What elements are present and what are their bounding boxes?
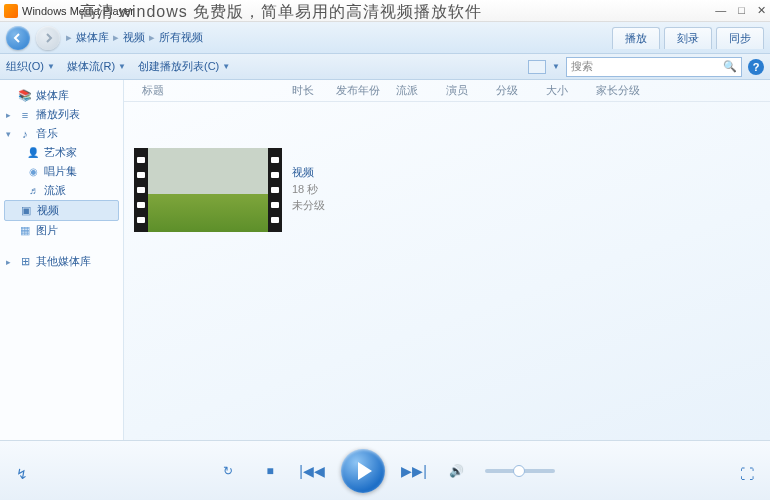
view-options-button[interactable] [528,60,546,74]
chevron-right-icon: ▸ [113,31,119,44]
chevron-down-icon: ▼ [222,62,230,71]
forward-arrow-icon [42,32,54,44]
close-button[interactable]: ✕ [757,4,766,17]
chevron-down-icon: ▼ [118,62,126,71]
forward-button[interactable] [36,26,60,50]
help-button[interactable]: ? [748,59,764,75]
chevron-down-icon: ▼ [47,62,55,71]
album-icon [26,166,40,178]
titlebar: Windows Media Player — □ ✕ [0,0,770,22]
col-length[interactable]: 时长 [284,83,328,98]
sidebar-item-album[interactable]: 唱片集 [4,162,119,181]
window-controls: — □ ✕ [715,4,766,17]
mode-tabs: 播放 刻录 同步 [612,27,764,49]
col-title[interactable]: 标题 [134,83,284,98]
stream-menu[interactable]: 媒体流(R)▼ [67,59,126,74]
sidebar: 媒体库 ▸播放列表 ▾音乐 艺术家 唱片集 流派 视频 图片 ▸其他媒体库 [0,80,124,440]
shuffle-button[interactable]: ↯ [16,466,28,482]
fullscreen-button[interactable]: ⛶ [740,466,754,482]
sidebar-item-music[interactable]: ▾音乐 [4,124,119,143]
content-pane: 标题 时长 发布年份 流派 演员 分级 大小 家长分级 视频 18 秒 未分级 [124,80,770,440]
sidebar-item-library[interactable]: 媒体库 [4,86,119,105]
app-icon [4,4,18,18]
next-button[interactable]: ▶▶| [401,458,427,484]
film-strip-right [268,148,282,232]
chevron-right-icon: ▸ [66,31,72,44]
toolbar: 组织(O)▼ 媒体流(R)▼ 创建播放列表(C)▼ ▼ 搜索 🔍 ? [0,54,770,80]
video-thumbnail[interactable] [134,148,282,232]
items-area: 视频 18 秒 未分级 [124,102,770,440]
minimize-button[interactable]: — [715,4,726,17]
col-rating[interactable]: 分级 [488,83,538,98]
column-headers: 标题 时长 发布年份 流派 演员 分级 大小 家长分级 [124,80,770,102]
player-controls: ↯ ↻ ■ |◀◀ ▶▶| 🔊 ⛶ [0,440,770,500]
sidebar-item-pictures[interactable]: 图片 [4,221,119,240]
breadcrumb[interactable]: ▸ 媒体库 ▸ 视频 ▸ 所有视频 [66,30,606,45]
col-genre[interactable]: 流派 [388,83,438,98]
play-button[interactable] [341,449,385,493]
search-input[interactable]: 搜索 🔍 [566,57,742,77]
music-icon [18,128,32,140]
volume-slider[interactable] [485,469,555,473]
genre-icon [26,185,40,197]
tab-burn[interactable]: 刻录 [664,27,712,49]
mute-button[interactable]: 🔊 [443,458,469,484]
sidebar-item-playlists[interactable]: ▸播放列表 [4,105,119,124]
sidebar-item-other[interactable]: ▸其他媒体库 [4,252,119,271]
sidebar-item-genre[interactable]: 流派 [4,181,119,200]
item-name[interactable]: 视频 [292,164,325,181]
sidebar-item-video[interactable]: 视频 [4,200,119,221]
chevron-right-icon: ▸ [149,31,155,44]
prev-button[interactable]: |◀◀ [299,458,325,484]
back-button[interactable] [6,26,30,50]
search-icon: 🔍 [723,60,737,73]
other-libraries-icon [18,256,32,268]
app-title: Windows Media Player [22,5,134,17]
library-icon [18,90,32,102]
tab-play[interactable]: 播放 [612,27,660,49]
video-icon [19,205,33,217]
col-actors[interactable]: 演员 [438,83,488,98]
col-parental[interactable]: 家长分级 [588,83,648,98]
sidebar-item-artist[interactable]: 艺术家 [4,143,119,162]
item-duration: 18 秒 [292,181,325,198]
organize-menu[interactable]: 组织(O)▼ [6,59,55,74]
tab-sync[interactable]: 同步 [716,27,764,49]
search-placeholder: 搜索 [571,59,593,74]
col-size[interactable]: 大小 [538,83,588,98]
item-metadata: 视频 18 秒 未分级 [292,148,325,214]
create-playlist-menu[interactable]: 创建播放列表(C)▼ [138,59,230,74]
playlist-icon [18,109,32,121]
back-arrow-icon [12,32,24,44]
chevron-down-icon: ▼ [552,62,560,71]
breadcrumb-item[interactable]: 视频 [123,30,145,45]
item-rating: 未分级 [292,197,325,214]
pictures-icon [18,225,32,237]
film-strip-left [134,148,148,232]
repeat-button[interactable]: ↻ [215,458,241,484]
stop-button[interactable]: ■ [257,458,283,484]
thumbnail-image [148,148,268,232]
breadcrumb-item[interactable]: 所有视频 [159,30,203,45]
col-year[interactable]: 发布年份 [328,83,388,98]
breadcrumb-item[interactable]: 媒体库 [76,30,109,45]
navbar: ▸ 媒体库 ▸ 视频 ▸ 所有视频 播放 刻录 同步 [0,22,770,54]
maximize-button[interactable]: □ [738,4,745,17]
artist-icon [26,147,40,159]
